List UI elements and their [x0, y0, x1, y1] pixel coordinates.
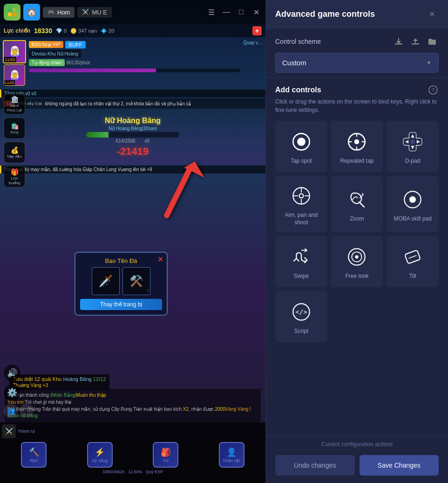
- chat-line-2: Yêu em:Trò chơi gì mà hay thế: [7, 399, 258, 406]
- skill-tui[interactable]: 🎒 Túi: [153, 442, 178, 468]
- tilt-icon: [400, 245, 425, 269]
- add-controls-header: Add controls ?: [275, 84, 439, 96]
- yong-notification: Yong cực kỳ may mắn, đã cường hóa Giáp C…: [0, 166, 265, 173]
- swipe-icon: [289, 245, 313, 269]
- loot-item-1[interactable]: 🗡️: [92, 267, 120, 295]
- control-dpad[interactable]: D-pad: [387, 121, 439, 172]
- mu-logo-btn[interactable]: ⚔️: [2, 424, 16, 438]
- side-icon-linhthuong[interactable]: 🎁 Linh thưởng: [4, 166, 25, 187]
- dpad-icon: [400, 130, 425, 154]
- help-icon[interactable]: ?: [428, 84, 439, 96]
- svg-rect-9: [412, 43, 419, 45]
- tab-home[interactable]: 🎮 Hom: [43, 7, 75, 18]
- menu-btn-2[interactable]: ⊕: [20, 404, 34, 418]
- game-top-bar: 🏠 🎮 Hom ⚔️ MU E ☰ — □ ✕: [0, 0, 265, 24]
- controls-panel: Advanced game controls × Control scheme: [265, 0, 448, 483]
- minimize-btn[interactable]: —: [221, 7, 232, 18]
- svg-point-30: [411, 140, 415, 144]
- side-icon-sanh[interactable]: 🏛️ Sảnh Phúc Lợi: [4, 93, 25, 115]
- loot-popup: × Bao Tên Đá 🗡️ ⚒️ ↑ Thay thế trang bị: [75, 252, 168, 316]
- scheme-download-btn[interactable]: [392, 35, 405, 48]
- control-moba-skill-pad[interactable]: MOBA skill pad: [387, 176, 439, 232]
- save-changes-button[interactable]: Save Changes: [360, 455, 439, 476]
- side-icon-shop[interactable]: 🛍️ Shop: [4, 117, 25, 139]
- auto-battle-btn[interactable]: Tự động chiến: [29, 59, 65, 66]
- quay-label[interactable]: Quay v…: [243, 40, 263, 45]
- panel-close-btn[interactable]: ×: [426, 7, 439, 21]
- settings-btn[interactable]: ⚙️: [4, 384, 20, 401]
- side-icon-napdau[interactable]: 💰 Nạp đầu: [4, 142, 25, 163]
- swipe-label: Swipe: [293, 273, 309, 280]
- scheme-dropdown[interactable]: Custom ▼: [275, 53, 439, 73]
- skill-nhanvat[interactable]: 👤 Nhân vật: [219, 442, 244, 468]
- menu-btn[interactable]: ☰: [206, 7, 217, 18]
- scheme-upload-btn[interactable]: [409, 35, 422, 48]
- window-controls: ☰ — □ ✕: [206, 7, 262, 18]
- maximize-btn[interactable]: □: [236, 7, 247, 18]
- chat-line-3: [Hệ thống]Hồng Trân thật quá may mắn, sử…: [7, 406, 258, 419]
- skill-kynang[interactable]: ⚡ Kỹ năng: [87, 442, 113, 468]
- replace-gear-btn[interactable]: Thay thế trang bị: [80, 299, 162, 310]
- skill-row: 🔨 Rèn ⚡ Kỹ năng 🎒 Túi 👤 Nhân vật: [0, 440, 265, 469]
- add-controls-desc: Click or drag the actions on the screen …: [275, 97, 439, 114]
- add-currency-btn[interactable]: +: [252, 26, 262, 35]
- dropdown-arrow-icon: ▼: [426, 60, 432, 66]
- sound-btn[interactable]: 🔊: [4, 365, 20, 381]
- close-window-btn[interactable]: ✕: [251, 7, 262, 18]
- svg-rect-3: [13, 13, 16, 16]
- svg-rect-2: [8, 13, 12, 16]
- side-icons: 🏛️ Sảnh Phúc Lợi 🛍️ Shop 💰 Nạp đầu 🎁 Lin…: [4, 93, 25, 187]
- combat-value: 18330: [34, 27, 52, 34]
- rank-notification: 18 NPH xếp loại không ngừng đã tạo ra nh…: [0, 98, 265, 109]
- panel-title: Advanced game controls: [275, 9, 375, 19]
- svg-rect-0: [8, 8, 12, 12]
- vip-button[interactable]: Kích hoạt VIP: [29, 41, 63, 48]
- control-repeated-tap[interactable]: Repeated tap: [331, 121, 383, 172]
- zoom-label: Zoom: [350, 215, 364, 223]
- control-aim-pan-shoot[interactable]: Aim, pan and shoot: [275, 176, 327, 232]
- buff-button[interactable]: BUFF: [65, 41, 86, 48]
- control-tap-spot[interactable]: Tap spot: [275, 121, 327, 172]
- tap-spot-label: Tap spot: [291, 158, 312, 165]
- player-location: Devias-Khu Nữ Hoàng: [29, 50, 81, 58]
- control-swipe[interactable]: Swipe: [275, 236, 327, 287]
- char-display-area: Nữ Hoàng Băng Nữ Hoàng Băng|30nani 614/2…: [0, 109, 265, 165]
- player-avatar: 🧝‍♀️ Lv.63: [3, 40, 26, 63]
- loot-item-2[interactable]: ⚒️ ↑: [122, 267, 150, 295]
- svg-rect-1: [13, 8, 16, 12]
- home-icon[interactable]: 🏠: [23, 4, 40, 21]
- buff-notification: Tăng cấp vũ vũ: [0, 90, 265, 97]
- svg-point-41: [409, 196, 416, 203]
- script-label: Script: [294, 328, 308, 335]
- control-free-look[interactable]: Free look: [331, 236, 383, 287]
- dpad-label: D-pad: [405, 158, 421, 165]
- repeated-tap-icon: [345, 130, 369, 154]
- action-buttons: Undo changes Save Changes: [266, 450, 448, 483]
- free-look-label: Free look: [345, 273, 368, 280]
- loot-close-btn[interactable]: ×: [158, 255, 163, 264]
- exp-bar: [29, 69, 240, 72]
- free-look-icon: [345, 245, 369, 269]
- game-stats-bar: Lực chiến 18330 💎 0 🪙 347 vạn 💠 20 +: [0, 24, 265, 37]
- svg-point-47: [355, 255, 359, 259]
- control-script[interactable]: </> Script: [275, 291, 327, 342]
- control-zoom[interactable]: Zoom: [331, 176, 383, 232]
- repeated-tap-label: Repeated tap: [340, 158, 373, 165]
- tab-game[interactable]: ⚔️ MU E: [77, 7, 112, 18]
- control-tilt[interactable]: Tilt: [387, 236, 439, 287]
- char-hp: 614/2506: [116, 138, 136, 144]
- undo-changes-button[interactable]: Undo changes: [275, 455, 355, 476]
- zoom-icon: [345, 187, 369, 212]
- gold-stat: 🪙 347 vạn: [70, 28, 97, 34]
- friends-btn[interactable]: 👥: [4, 404, 18, 418]
- panel-header: Advanced game controls ×: [266, 0, 448, 28]
- scheme-folder-btn[interactable]: [426, 35, 439, 48]
- svg-line-37: [360, 202, 365, 207]
- exp-display: 3355/26620 12.60% Quý EXP: [0, 469, 265, 475]
- skill-ren[interactable]: 🔨 Rèn: [21, 442, 47, 468]
- chat-line-1: m, nhận thành công |Nhân Bảng|Muốn thu t…: [7, 392, 258, 399]
- svg-text:?: ?: [432, 87, 434, 93]
- svg-marker-11: [413, 38, 418, 41]
- add-controls-section: Add controls ? Click or drag the actions…: [266, 78, 448, 436]
- current-config-label: Current configuration actions: [266, 436, 448, 450]
